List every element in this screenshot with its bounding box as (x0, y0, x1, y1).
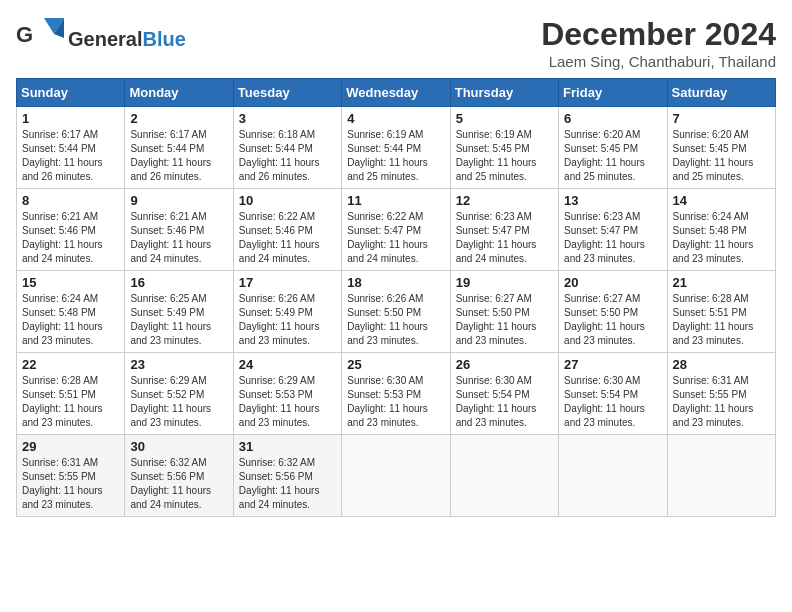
table-row: 6Sunrise: 6:20 AMSunset: 5:45 PMDaylight… (559, 107, 667, 189)
day-number: 24 (239, 357, 336, 372)
day-info: Sunrise: 6:17 AMSunset: 5:44 PMDaylight:… (22, 128, 119, 184)
calendar-table: Sunday Monday Tuesday Wednesday Thursday… (16, 78, 776, 517)
day-number: 17 (239, 275, 336, 290)
header-thursday: Thursday (450, 79, 558, 107)
day-number: 2 (130, 111, 227, 126)
day-number: 25 (347, 357, 444, 372)
header-wednesday: Wednesday (342, 79, 450, 107)
table-row: 12Sunrise: 6:23 AMSunset: 5:47 PMDayligh… (450, 189, 558, 271)
table-row: 28Sunrise: 6:31 AMSunset: 5:55 PMDayligh… (667, 353, 775, 435)
table-row: 1Sunrise: 6:17 AMSunset: 5:44 PMDaylight… (17, 107, 125, 189)
day-info: Sunrise: 6:29 AMSunset: 5:53 PMDaylight:… (239, 374, 336, 430)
day-info: Sunrise: 6:26 AMSunset: 5:50 PMDaylight:… (347, 292, 444, 348)
day-info: Sunrise: 6:30 AMSunset: 5:54 PMDaylight:… (564, 374, 661, 430)
table-row: 30Sunrise: 6:32 AMSunset: 5:56 PMDayligh… (125, 435, 233, 517)
day-info: Sunrise: 6:21 AMSunset: 5:46 PMDaylight:… (130, 210, 227, 266)
day-info: Sunrise: 6:30 AMSunset: 5:54 PMDaylight:… (456, 374, 553, 430)
day-number: 1 (22, 111, 119, 126)
table-row: 25Sunrise: 6:30 AMSunset: 5:53 PMDayligh… (342, 353, 450, 435)
month-year-title: December 2024 (541, 16, 776, 53)
table-row: 10Sunrise: 6:22 AMSunset: 5:46 PMDayligh… (233, 189, 341, 271)
day-info: Sunrise: 6:25 AMSunset: 5:49 PMDaylight:… (130, 292, 227, 348)
table-row: 20Sunrise: 6:27 AMSunset: 5:50 PMDayligh… (559, 271, 667, 353)
day-info: Sunrise: 6:28 AMSunset: 5:51 PMDaylight:… (673, 292, 770, 348)
day-info: Sunrise: 6:29 AMSunset: 5:52 PMDaylight:… (130, 374, 227, 430)
day-number: 4 (347, 111, 444, 126)
day-number: 8 (22, 193, 119, 208)
calendar-week-row: 1Sunrise: 6:17 AMSunset: 5:44 PMDaylight… (17, 107, 776, 189)
table-row: 3Sunrise: 6:18 AMSunset: 5:44 PMDaylight… (233, 107, 341, 189)
table-row: 18Sunrise: 6:26 AMSunset: 5:50 PMDayligh… (342, 271, 450, 353)
page-header: G GeneralBlue December 2024 Laem Sing, C… (16, 16, 776, 70)
logo: G GeneralBlue (16, 16, 186, 62)
day-number: 29 (22, 439, 119, 454)
day-number: 7 (673, 111, 770, 126)
table-row: 22Sunrise: 6:28 AMSunset: 5:51 PMDayligh… (17, 353, 125, 435)
day-info: Sunrise: 6:22 AMSunset: 5:46 PMDaylight:… (239, 210, 336, 266)
day-number: 14 (673, 193, 770, 208)
location-subtitle: Laem Sing, Chanthaburi, Thailand (541, 53, 776, 70)
day-info: Sunrise: 6:27 AMSunset: 5:50 PMDaylight:… (456, 292, 553, 348)
table-row: 11Sunrise: 6:22 AMSunset: 5:47 PMDayligh… (342, 189, 450, 271)
table-row: 21Sunrise: 6:28 AMSunset: 5:51 PMDayligh… (667, 271, 775, 353)
day-info: Sunrise: 6:32 AMSunset: 5:56 PMDaylight:… (130, 456, 227, 512)
day-number: 13 (564, 193, 661, 208)
day-info: Sunrise: 6:24 AMSunset: 5:48 PMDaylight:… (673, 210, 770, 266)
table-row: 26Sunrise: 6:30 AMSunset: 5:54 PMDayligh… (450, 353, 558, 435)
calendar-week-row: 22Sunrise: 6:28 AMSunset: 5:51 PMDayligh… (17, 353, 776, 435)
table-row: 17Sunrise: 6:26 AMSunset: 5:49 PMDayligh… (233, 271, 341, 353)
table-row: 4Sunrise: 6:19 AMSunset: 5:44 PMDaylight… (342, 107, 450, 189)
day-info: Sunrise: 6:24 AMSunset: 5:48 PMDaylight:… (22, 292, 119, 348)
day-info: Sunrise: 6:19 AMSunset: 5:44 PMDaylight:… (347, 128, 444, 184)
table-row (667, 435, 775, 517)
day-number: 16 (130, 275, 227, 290)
day-number: 10 (239, 193, 336, 208)
day-number: 31 (239, 439, 336, 454)
day-info: Sunrise: 6:30 AMSunset: 5:53 PMDaylight:… (347, 374, 444, 430)
day-number: 9 (130, 193, 227, 208)
calendar-week-row: 29Sunrise: 6:31 AMSunset: 5:55 PMDayligh… (17, 435, 776, 517)
day-number: 22 (22, 357, 119, 372)
day-number: 26 (456, 357, 553, 372)
day-info: Sunrise: 6:20 AMSunset: 5:45 PMDaylight:… (564, 128, 661, 184)
day-info: Sunrise: 6:26 AMSunset: 5:49 PMDaylight:… (239, 292, 336, 348)
table-row: 13Sunrise: 6:23 AMSunset: 5:47 PMDayligh… (559, 189, 667, 271)
calendar-header-row: Sunday Monday Tuesday Wednesday Thursday… (17, 79, 776, 107)
day-info: Sunrise: 6:19 AMSunset: 5:45 PMDaylight:… (456, 128, 553, 184)
day-number: 3 (239, 111, 336, 126)
day-number: 20 (564, 275, 661, 290)
day-info: Sunrise: 6:22 AMSunset: 5:47 PMDaylight:… (347, 210, 444, 266)
svg-text:G: G (16, 22, 33, 47)
day-info: Sunrise: 6:31 AMSunset: 5:55 PMDaylight:… (22, 456, 119, 512)
day-number: 30 (130, 439, 227, 454)
table-row: 24Sunrise: 6:29 AMSunset: 5:53 PMDayligh… (233, 353, 341, 435)
day-number: 12 (456, 193, 553, 208)
header-tuesday: Tuesday (233, 79, 341, 107)
day-number: 21 (673, 275, 770, 290)
table-row: 27Sunrise: 6:30 AMSunset: 5:54 PMDayligh… (559, 353, 667, 435)
table-row (450, 435, 558, 517)
calendar-week-row: 15Sunrise: 6:24 AMSunset: 5:48 PMDayligh… (17, 271, 776, 353)
header-friday: Friday (559, 79, 667, 107)
day-info: Sunrise: 6:23 AMSunset: 5:47 PMDaylight:… (564, 210, 661, 266)
logo-general: General (68, 28, 142, 50)
logo-blue: Blue (142, 28, 185, 50)
day-number: 15 (22, 275, 119, 290)
day-number: 18 (347, 275, 444, 290)
day-number: 5 (456, 111, 553, 126)
table-row: 23Sunrise: 6:29 AMSunset: 5:52 PMDayligh… (125, 353, 233, 435)
day-number: 6 (564, 111, 661, 126)
table-row: 31Sunrise: 6:32 AMSunset: 5:56 PMDayligh… (233, 435, 341, 517)
day-number: 28 (673, 357, 770, 372)
table-row: 15Sunrise: 6:24 AMSunset: 5:48 PMDayligh… (17, 271, 125, 353)
day-number: 19 (456, 275, 553, 290)
day-number: 23 (130, 357, 227, 372)
day-info: Sunrise: 6:23 AMSunset: 5:47 PMDaylight:… (456, 210, 553, 266)
header-monday: Monday (125, 79, 233, 107)
table-row (342, 435, 450, 517)
header-saturday: Saturday (667, 79, 775, 107)
day-number: 11 (347, 193, 444, 208)
table-row: 7Sunrise: 6:20 AMSunset: 5:45 PMDaylight… (667, 107, 775, 189)
table-row: 14Sunrise: 6:24 AMSunset: 5:48 PMDayligh… (667, 189, 775, 271)
day-info: Sunrise: 6:31 AMSunset: 5:55 PMDaylight:… (673, 374, 770, 430)
